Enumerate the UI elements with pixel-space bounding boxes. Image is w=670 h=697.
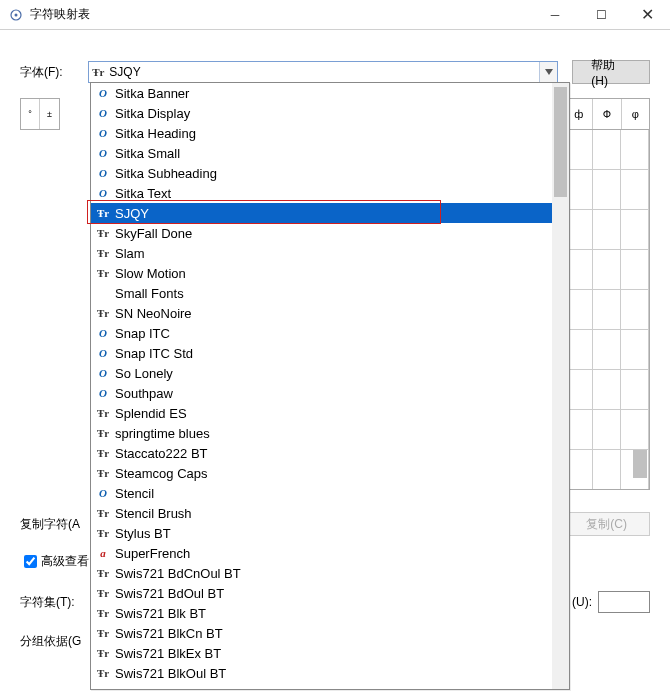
char-cell[interactable]: φ — [622, 99, 649, 129]
opentype-icon: O — [95, 187, 111, 199]
font-combo-value: SJQY — [107, 65, 539, 79]
font-list-item[interactable]: ŦrSteamcog Caps — [91, 463, 569, 483]
dropdown-scrollbar-thumb[interactable] — [554, 87, 567, 197]
char-cell[interactable]: ° — [21, 99, 40, 129]
opentype-icon: O — [95, 87, 111, 99]
truetype-icon: Ŧr — [95, 227, 111, 239]
adobe-font-icon: a — [95, 547, 111, 559]
truetype-icon: Ŧr — [95, 207, 111, 219]
char-grid-right-body — [564, 130, 650, 490]
maximize-button[interactable]: ☐ — [578, 0, 624, 30]
dropdown-scrollbar[interactable] — [552, 83, 569, 689]
advanced-label: 高级查看 — [41, 553, 89, 570]
char-cell[interactable]: Ф — [593, 99, 621, 129]
copychars-label: 复制字符(A — [20, 516, 100, 533]
font-list-item[interactable]: ŦrStylus BT — [91, 523, 569, 543]
font-list-item-label: So Lonely — [115, 366, 173, 381]
font-list-item-label: Snap ITC Std — [115, 346, 193, 361]
font-combobox[interactable]: Ŧr SJQY — [88, 61, 558, 83]
truetype-icon: Ŧr — [95, 567, 111, 579]
font-list-item[interactable]: OSitka Text — [91, 183, 569, 203]
font-list-item-label: SkyFall Done — [115, 226, 192, 241]
font-list-item[interactable]: OSitka Small — [91, 143, 569, 163]
font-dropdown-list[interactable]: OSitka BannerOSitka DisplayOSitka Headin… — [90, 82, 570, 690]
truetype-icon: Ŧr — [95, 507, 111, 519]
font-list-item-label: SuperFrench — [115, 546, 190, 561]
font-list-item-label: Steamcog Caps — [115, 466, 208, 481]
chevron-down-icon[interactable] — [539, 62, 557, 82]
font-list-item-label: springtime blues — [115, 426, 210, 441]
font-list-item-label: Swis721 BlkOul BT — [115, 666, 226, 681]
app-icon — [8, 7, 24, 23]
font-list-item[interactable]: ŦrSplendid ES — [91, 403, 569, 423]
font-list-item-label: Staccato222 BT — [115, 446, 208, 461]
font-list-item[interactable]: ŦrSwis721 BlkOul BT — [91, 663, 569, 683]
char-cell[interactable]: ± — [40, 99, 59, 129]
unicode-input[interactable] — [598, 591, 650, 613]
truetype-icon: Ŧr — [95, 647, 111, 659]
opentype-icon: O — [95, 387, 111, 399]
font-list-item-label: Slow Motion — [115, 266, 186, 281]
font-list-item[interactable]: OSnap ITC — [91, 323, 569, 343]
close-button[interactable]: ✕ — [624, 0, 670, 30]
font-list-item[interactable]: ŦrSN NeoNoire — [91, 303, 569, 323]
font-list-item-label: SN NeoNoire — [115, 306, 192, 321]
opentype-icon: O — [95, 347, 111, 359]
unicode-label: (U): — [572, 595, 592, 609]
truetype-icon: Ŧr — [95, 527, 111, 539]
font-list-item[interactable]: ŦrSwis721 BdOul BT — [91, 583, 569, 603]
font-list-item[interactable]: ŦrSwis721 BdCnOul BT — [91, 563, 569, 583]
font-list-item[interactable]: OSitka Subheading — [91, 163, 569, 183]
font-list-item[interactable]: ŦrSwis721 BlkCn BT — [91, 623, 569, 643]
font-list-item[interactable]: OSitka Display — [91, 103, 569, 123]
window-title: 字符映射表 — [30, 6, 90, 23]
font-list-item[interactable]: OSitka Heading — [91, 123, 569, 143]
font-list-item[interactable]: OSitka Banner — [91, 83, 569, 103]
charset-label: 字符集(T): — [20, 594, 90, 611]
truetype-icon: Ŧr — [95, 607, 111, 619]
font-list-item-label: Swis721 BdCnOul BT — [115, 566, 241, 581]
font-list-item-label: Swis721 BdOul BT — [115, 586, 224, 601]
font-list-item[interactable]: ŦrSkyFall Done — [91, 223, 569, 243]
font-list-item[interactable]: OStencil — [91, 483, 569, 503]
opentype-icon: O — [95, 107, 111, 119]
font-list-item[interactable]: OSouthpaw — [91, 383, 569, 403]
font-list-item[interactable]: ŦrSwis721 BlkEx BT — [91, 643, 569, 663]
font-list-item[interactable]: ŦrSlow Motion — [91, 263, 569, 283]
opentype-icon: O — [95, 167, 111, 179]
font-list-item-label: Sitka Small — [115, 146, 180, 161]
grid-scrollbar-thumb[interactable] — [633, 450, 647, 478]
font-list-item[interactable]: ŦrStencil Brush — [91, 503, 569, 523]
font-list-item-label: Splendid ES — [115, 406, 187, 421]
font-list-item[interactable]: ŦrSlam — [91, 243, 569, 263]
font-list-item[interactable]: ŦrSJQY — [91, 203, 569, 223]
font-list-item-label: Swis721 BlkCn BT — [115, 626, 223, 641]
minimize-button[interactable]: ─ — [532, 0, 578, 30]
font-list-item-label: Sitka Subheading — [115, 166, 217, 181]
help-button[interactable]: 帮助(H) — [572, 60, 650, 84]
advanced-checkbox[interactable] — [24, 555, 37, 568]
truetype-icon: Ŧr — [95, 267, 111, 279]
font-list-item-label: SJQY — [115, 206, 149, 221]
font-list-item[interactable]: OSo Lonely — [91, 363, 569, 383]
font-list-item-label: Swis721 BlkEx BT — [115, 646, 221, 661]
char-grid-left: ° ± — [20, 98, 60, 130]
font-list-item[interactable]: ŦrStaccato222 BT — [91, 443, 569, 463]
font-list-item[interactable]: Ŧrspringtime blues — [91, 423, 569, 443]
truetype-icon: Ŧr — [95, 307, 111, 319]
font-list-item[interactable]: aSuperFrench — [91, 543, 569, 563]
font-list-item-label: Slam — [115, 246, 145, 261]
copy-button: 复制(C) — [563, 512, 650, 536]
group-label: 分组依据(G — [20, 634, 81, 648]
font-list-item[interactable]: ŦrSwis721 Blk BT — [91, 603, 569, 623]
svg-point-1 — [15, 13, 18, 16]
font-list-item-label: Stencil Brush — [115, 506, 192, 521]
font-list-item[interactable]: Small Fonts — [91, 283, 569, 303]
truetype-icon: Ŧr — [95, 407, 111, 419]
font-list-item-label: Southpaw — [115, 386, 173, 401]
font-list-item-label: Stylus BT — [115, 526, 171, 541]
char-grid-right-header: ф Ф φ — [564, 98, 650, 130]
truetype-icon: Ŧr — [89, 66, 107, 78]
font-list-item[interactable]: OSnap ITC Std — [91, 343, 569, 363]
opentype-icon: O — [95, 367, 111, 379]
